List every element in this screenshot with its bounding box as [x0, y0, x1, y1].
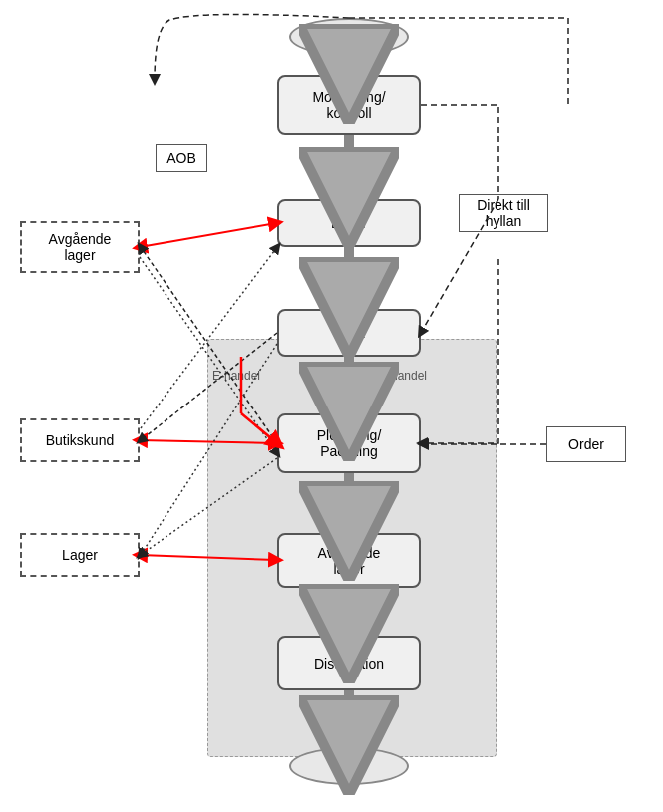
- kund-label: Kund: [333, 758, 366, 774]
- lager-main-label: Lager: [331, 215, 367, 231]
- avgaende-left-label: Avgåendelager: [49, 231, 112, 263]
- ehandel-label-right: E-handel: [379, 369, 427, 383]
- order-label: Order: [568, 436, 604, 452]
- order-node: Order: [546, 426, 626, 462]
- aob-label: AOB: [166, 150, 196, 166]
- butikskund-node: Butikskund: [20, 418, 140, 462]
- avgaende-left-node: Avgåendelager: [20, 221, 140, 273]
- distribution-label: Distribution: [314, 656, 384, 672]
- distribution-node: Distribution: [277, 636, 421, 690]
- hylla-label: Hylla: [333, 325, 364, 341]
- lager-left-node: Lager: [20, 533, 140, 577]
- direkt-node: Direkt tillhyllan: [459, 194, 548, 232]
- plockning-label: Plockning/Packning: [317, 427, 382, 459]
- diagram-container: E-handel E-handel Leverantör Mottagning/…: [0, 0, 663, 812]
- avgaende-main-node: Avgåendelager: [277, 533, 421, 588]
- avgaende-main-label: Avgåendelager: [318, 545, 381, 577]
- svg-line-13: [140, 223, 276, 247]
- kund-node: Kund: [289, 747, 409, 785]
- lager-main-node: Lager: [277, 199, 421, 247]
- butikskund-label: Butikskund: [46, 432, 114, 448]
- lager-left-label: Lager: [62, 547, 98, 563]
- mottagning-label: Mottagning/kontroll: [312, 89, 385, 121]
- ehandel-label-left: E-handel: [212, 369, 260, 383]
- leverantor-node: Leverantör: [289, 18, 409, 56]
- direkt-label: Direkt tillhyllan: [477, 197, 530, 229]
- mottagning-node: Mottagning/kontroll: [277, 75, 421, 135]
- leverantor-label: Leverantör: [316, 29, 383, 45]
- hylla-node: Hylla: [277, 309, 421, 357]
- aob-node: AOB: [156, 144, 207, 172]
- plockning-node: Plockning/Packning: [277, 413, 421, 473]
